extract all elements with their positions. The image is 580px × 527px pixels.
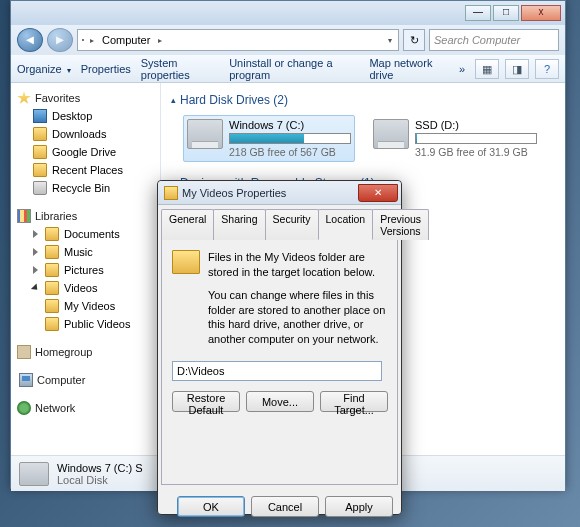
toolbar-system-properties[interactable]: System properties xyxy=(141,57,219,81)
address-bar: ◄ ► ▸ Computer ▸ ▾ ↻ Search Computer xyxy=(11,25,565,55)
computer-icon xyxy=(19,373,33,387)
hdd-icon xyxy=(187,119,223,149)
toolbar-uninstall[interactable]: Uninstall or change a program xyxy=(229,57,359,81)
toolbar-organize[interactable]: Organize xyxy=(17,63,71,75)
sidebar-homegroup-header[interactable]: Homegroup xyxy=(13,343,158,361)
search-placeholder: Search Computer xyxy=(434,34,520,46)
nav-forward-button[interactable]: ► xyxy=(47,28,73,52)
desktop-icon xyxy=(33,109,47,123)
dialog-titlebar[interactable]: My Videos Properties ✕ xyxy=(158,181,401,205)
sidebar-item-myvideos[interactable]: My Videos xyxy=(13,297,158,315)
toolbar-properties[interactable]: Properties xyxy=(81,63,131,75)
group-hard-disk-drives[interactable]: Hard Disk Drives (2) xyxy=(171,89,555,111)
minimize-button[interactable]: — xyxy=(465,5,491,21)
star-icon xyxy=(17,91,31,105)
find-target-button[interactable]: Find Target... xyxy=(320,391,388,412)
expand-icon[interactable] xyxy=(33,230,38,238)
toolbar-overflow[interactable]: » xyxy=(459,63,465,75)
folder-icon xyxy=(172,250,200,274)
drive-name: Windows 7 (C:) xyxy=(229,119,351,131)
sidebar-item-desktop[interactable]: Desktop xyxy=(13,107,158,125)
maximize-button[interactable]: □ xyxy=(493,5,519,21)
dialog-button-row: OK Cancel Apply xyxy=(158,488,401,527)
breadcrumb-computer[interactable]: Computer xyxy=(100,34,152,46)
window-titlebar: — □ x xyxy=(11,1,565,25)
libraries-icon xyxy=(17,209,31,223)
drive-free-text: 218 GB free of 567 GB xyxy=(229,146,351,158)
restore-default-button[interactable]: Restore Default xyxy=(172,391,240,412)
homegroup-icon xyxy=(17,345,31,359)
ssd-icon xyxy=(373,119,409,149)
network-icon xyxy=(17,401,31,415)
tab-general[interactable]: General xyxy=(161,209,214,240)
sidebar-item-videos[interactable]: Videos xyxy=(13,279,158,297)
folder-icon xyxy=(33,145,47,159)
folder-icon xyxy=(164,186,178,200)
sidebar-item-recyclebin[interactable]: Recycle Bin xyxy=(13,179,158,197)
toolbar: Organize Properties System properties Un… xyxy=(11,55,565,83)
tab-previous-versions[interactable]: Previous Versions xyxy=(372,209,429,240)
apply-button[interactable]: Apply xyxy=(325,496,393,517)
sidebar-item-recent[interactable]: Recent Places xyxy=(13,161,158,179)
dialog-tabs: General Sharing Security Location Previo… xyxy=(161,209,398,240)
expand-icon[interactable] xyxy=(33,266,38,274)
collapse-icon[interactable] xyxy=(31,283,40,292)
address-dropdown-icon[interactable]: ▾ xyxy=(386,36,394,45)
folder-icon xyxy=(33,163,47,177)
drive-d[interactable]: SSD (D:) 31.9 GB free of 31.9 GB xyxy=(369,115,541,162)
folder-icon xyxy=(33,127,47,141)
sidebar-computer-header[interactable]: Computer xyxy=(13,371,158,389)
tab-security[interactable]: Security xyxy=(265,209,319,240)
folder-icon xyxy=(45,317,59,331)
close-button[interactable]: x xyxy=(521,5,561,21)
dialog-title: My Videos Properties xyxy=(182,187,358,199)
sidebar-item-music[interactable]: Music xyxy=(13,243,158,261)
sidebar-item-pictures[interactable]: Pictures xyxy=(13,261,158,279)
nav-back-button[interactable]: ◄ xyxy=(17,28,43,52)
drive-free-text: 31.9 GB free of 31.9 GB xyxy=(415,146,537,158)
status-drive-name: Windows 7 (C:) S xyxy=(57,462,143,474)
sidebar-item-documents[interactable]: Documents xyxy=(13,225,158,243)
hdd-icon xyxy=(19,462,49,486)
folder-icon xyxy=(45,281,59,295)
sidebar-favorites-header[interactable]: Favorites xyxy=(13,89,158,107)
tab-location[interactable]: Location xyxy=(318,209,374,240)
computer-icon xyxy=(82,39,84,41)
folder-icon xyxy=(45,245,59,259)
sidebar-network-header[interactable]: Network xyxy=(13,399,158,417)
drive-usage-bar xyxy=(415,133,537,144)
expand-icon[interactable] xyxy=(33,248,38,256)
chevron-right-icon: ▸ xyxy=(156,36,164,45)
ok-button[interactable]: OK xyxy=(177,496,245,517)
drive-usage-bar xyxy=(229,133,351,144)
chevron-right-icon: ▸ xyxy=(88,36,96,45)
cancel-button[interactable]: Cancel xyxy=(251,496,319,517)
properties-dialog: My Videos Properties ✕ General Sharing S… xyxy=(157,180,402,515)
tab-panel-location: Files in the My Videos folder are stored… xyxy=(161,239,398,485)
view-options-button[interactable]: ▦ xyxy=(475,59,499,79)
folder-icon xyxy=(45,263,59,277)
preview-pane-button[interactable]: ◨ xyxy=(505,59,529,79)
location-description-2: You can change where files in this folde… xyxy=(208,288,387,347)
drive-name: SSD (D:) xyxy=(415,119,537,131)
sidebar-item-downloads[interactable]: Downloads xyxy=(13,125,158,143)
tab-sharing[interactable]: Sharing xyxy=(213,209,265,240)
toolbar-map-drive[interactable]: Map network drive xyxy=(369,57,448,81)
search-input[interactable]: Search Computer xyxy=(429,29,559,51)
sidebar-libraries-header[interactable]: Libraries xyxy=(13,207,158,225)
recycle-bin-icon xyxy=(33,181,47,195)
sidebar-item-googledrive[interactable]: Google Drive xyxy=(13,143,158,161)
address-box[interactable]: ▸ Computer ▸ ▾ xyxy=(77,29,399,51)
navigation-pane: Favorites Desktop Downloads Google Drive… xyxy=(11,83,161,455)
folder-icon xyxy=(45,299,59,313)
drive-c[interactable]: Windows 7 (C:) 218 GB free of 567 GB xyxy=(183,115,355,162)
move-button[interactable]: Move... xyxy=(246,391,314,412)
help-button[interactable]: ? xyxy=(535,59,559,79)
dialog-close-button[interactable]: ✕ xyxy=(358,184,398,202)
folder-icon xyxy=(45,227,59,241)
location-path-input[interactable] xyxy=(172,361,382,381)
refresh-button[interactable]: ↻ xyxy=(403,29,425,51)
status-drive-type: Local Disk xyxy=(57,474,143,486)
sidebar-item-publicvideos[interactable]: Public Videos xyxy=(13,315,158,333)
location-description-1: Files in the My Videos folder are stored… xyxy=(208,250,387,280)
